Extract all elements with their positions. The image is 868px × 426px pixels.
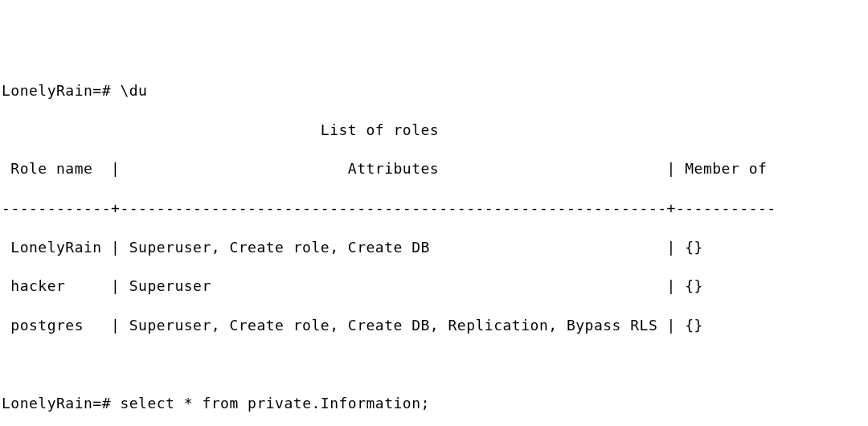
prompt: LonelyRain=# (2, 395, 111, 412)
command-line-2: LonelyRain=# select * from private.Infor… (2, 394, 868, 413)
roles-title: List of roles (321, 121, 439, 138)
roles-row: hacker | Superuser | {} (2, 276, 868, 296)
roles-header: Role name | Attributes | Member of (2, 159, 868, 178)
roles-divider: ------------+---------------------------… (2, 199, 868, 218)
roles-title-line: List of roles (2, 121, 868, 140)
roles-row: postgres | Superuser, Create role, Creat… (2, 316, 868, 335)
roles-row: LonelyRain | Superuser, Create role, Cre… (2, 238, 868, 257)
blank-line (2, 354, 868, 374)
command-text: \du (120, 82, 147, 99)
command-text: select * from private.Information; (120, 395, 429, 412)
command-line-1: LonelyRain=# \du (2, 81, 868, 100)
prompt: LonelyRain=# (2, 82, 111, 99)
